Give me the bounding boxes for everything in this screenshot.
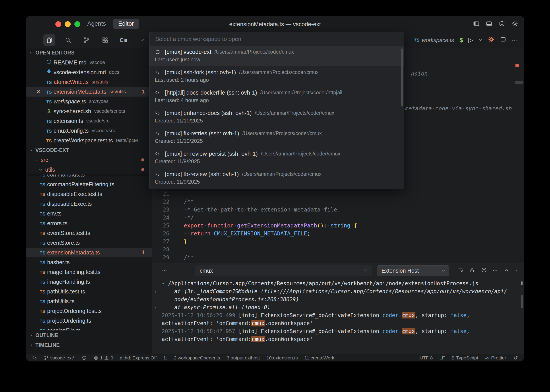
quick-pick-item[interactable]: [cmux] enhance-docs (ssh: ovh-1) /Users/… [149,107,404,127]
open-editor-row[interactable]: TS extension.ts vscode/src [26,116,152,126]
activity-extensions-button[interactable] [99,34,111,46]
activity-chevron-down-button[interactable] [136,34,148,46]
status-notifications[interactable] [513,355,518,361]
status-terminal-10[interactable]: 10:extension.ts [267,355,298,361]
close-window-button[interactable] [55,21,61,27]
panel-close-button[interactable]: × [515,269,517,273]
tree-file-row[interactable]: TS extensionMetadata.ts 1 [26,248,152,257]
tree-file-row[interactable]: TS eventStore.ts [26,238,152,248]
tree-file-row[interactable]: TS eventStore.test.ts [26,228,152,238]
deploy-box-button[interactable] [499,20,505,28]
activity-search-button[interactable] [62,34,74,46]
panel-overflow-button[interactable]: ··· [161,267,168,274]
tree-file-row[interactable]: TS disposableExec.test.ts [26,189,152,199]
open-editor-row[interactable]: vscode-extension.md docs [26,67,152,77]
zoom-window-button[interactable] [74,21,80,27]
dollar-button[interactable]: $ [460,37,463,44]
tree-file-row[interactable]: TS env.ts [26,209,152,218]
tree-file-row[interactable]: TS commandIds.ts [26,175,152,179]
layout-sidebar-icon [473,20,480,27]
open-editor-row[interactable]: $ sync-shared.sh vscode/scripts [26,106,152,116]
tree-file-row[interactable]: TS imageHandling.test.ts [26,267,152,277]
minimap-error-marker [515,64,519,67]
panel-chevron-up-button[interactable] [504,267,509,274]
timeline-header[interactable]: TIMELINE [26,340,152,350]
tree-file-row[interactable]: TS commandPaletteFiltering.ts [26,179,152,189]
status-sync-status[interactable] [81,355,87,361]
more-button[interactable]: ··· [511,37,519,44]
status-remote-indicator[interactable] [32,355,37,361]
status-branch-status[interactable]: vscode-ext* [44,355,75,361]
status-language[interactable]: {}TypeScript [452,355,478,361]
quick-pick-item[interactable]: [cmux] vscode-ext /Users/ammar/Projects/… [149,46,404,66]
minimize-window-button[interactable] [65,21,71,27]
quick-pick-scrollbar[interactable] [401,49,403,106]
source-control-icon [83,36,90,44]
tree-file-row[interactable]: TS hasher.ts [26,257,152,267]
chevron-down-small-button[interactable] [478,37,483,44]
editor-scrollbar[interactable] [515,81,523,84]
folder-row-utils[interactable]: utils [26,165,152,175]
open-editor-row[interactable]: × TS extensionMetadata.ts src/utils 1 [26,87,152,97]
quick-pick-item[interactable]: [cmux] cr-review-persist (ssh: ovh-1) /U… [149,148,404,168]
status-terminal-2[interactable]: 2:workspaceOpener.ts [174,355,220,361]
tree-file-row[interactable]: TS pathUtils.test.ts [26,287,152,296]
outline-header[interactable]: OUTLINE [26,330,152,340]
status-eol[interactable]: LF [439,355,445,361]
status-formatter[interactable]: Prettier [485,355,506,361]
quick-pick-item[interactable]: [cmux] ssh-fork (ssh: ovh-1) /Users/amma… [149,66,404,87]
panel-clear-output-button[interactable] [458,267,463,274]
tree-file-row[interactable]: TS projectOrdering.test.ts [26,306,152,316]
panel-settings-gear-button[interactable] [481,267,487,274]
tree-indent-guide [38,175,38,330]
settings-gear-button[interactable] [511,20,518,28]
file-type-icon [45,59,53,66]
panel-scrollbar[interactable] [522,295,522,308]
split-editor-button[interactable] [500,36,506,44]
tree-file-row[interactable]: TS pathUtils.ts [26,296,152,306]
output-filter-input[interactable]: cmux [195,265,372,276]
tree-file-row[interactable]: TS projectOrdering.ts [26,316,152,326]
quick-pick-input[interactable]: Select a cmux workspace to open [149,32,404,46]
open-editor-row[interactable]: README.md vscode [26,58,152,67]
log-link[interactable]: node/extensionHostProcess.js:208:38029 [174,296,296,302]
open-editor-row[interactable]: TS createWorkspace.test.ts tests/ipcM [26,136,152,145]
tree-file-row[interactable]: TS errors.ts [26,218,152,228]
output-source-select[interactable]: Extension Host [377,265,449,276]
status-githd-status[interactable]: githd: Express Off [120,355,157,361]
mode-tab-editor[interactable]: Editor [113,19,139,29]
open-editor-row[interactable]: TS atomicWrite.ts src/utils [26,77,152,87]
open-editor-row[interactable]: TS cmuxConfig.ts vscode/src [26,126,152,136]
remote-icon [155,90,162,95]
open-editors-header[interactable]: OPEN EDITORS [26,48,152,58]
quick-pick-item[interactable]: [cmux] tb-review (ssh: ovh-1) /Users/amm… [149,168,404,189]
tree-file-row[interactable]: TS imageHandling.ts [26,277,152,287]
status-terminal-3[interactable]: 3:output:exthost [227,355,260,361]
spark-button[interactable] [488,36,495,44]
activity-files-button[interactable] [43,34,55,46]
tree-file-row[interactable]: TS sessionFile.ts [26,326,152,330]
file-type-icon: TS [39,327,46,331]
activity-source-control-button[interactable] [81,34,93,46]
mode-tab-agents[interactable]: Agents [82,19,111,29]
log-line: →at·async·Promise.all·(index·0) [162,303,519,311]
run-button[interactable]: ▷ [468,36,473,44]
tab-workspace-ts[interactable]: TS workspace.ts [414,37,454,43]
quick-pick-item[interactable]: [httpjail] docs-dockerfile (ssh: ovh-1) … [149,87,404,107]
panel-more-button[interactable]: ··· [493,269,498,273]
tree-file-row[interactable]: TS disposableExec.ts [26,199,152,209]
layout-panel-button[interactable] [486,20,492,28]
layout-sidebar-button[interactable] [473,20,480,28]
status-encoding[interactable]: UTF-8 [420,355,433,361]
activity-cmux-button[interactable]: C■ [118,34,130,46]
panel-lock-button[interactable] [469,267,475,274]
log-link[interactable]: file:///Applications/Cursor.app/Contents… [264,288,507,294]
status-terminal-1[interactable]: 1: [163,355,167,361]
project-section-header[interactable]: VSCODE-EXT [26,145,152,155]
open-editor-row[interactable]: TS workspace.ts src/types [26,97,152,106]
folder-row-src[interactable]: src [26,155,152,165]
quick-pick-item[interactable]: [cmux] fix-retries (ssh: ovh-1) /Users/a… [149,127,404,148]
status-problems[interactable]: 10 [94,355,113,361]
close-icon[interactable]: × [36,88,40,95]
status-terminal-11[interactable]: 11:createWork [305,355,334,361]
